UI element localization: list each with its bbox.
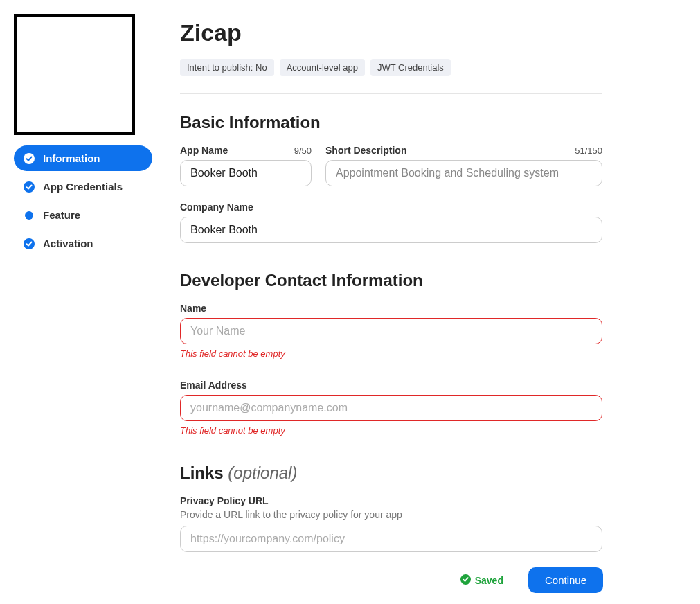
- dev-name-error: This field cannot be empty: [180, 348, 602, 359]
- saved-indicator: Saved: [460, 574, 503, 587]
- check-circle-icon: [24, 181, 35, 193]
- check-circle-icon: [24, 238, 35, 249]
- dev-email-error: This field cannot be empty: [180, 425, 602, 436]
- check-circle-icon: [460, 574, 471, 587]
- privacy-url-input[interactable]: [180, 526, 602, 552]
- app-name-count: 9/50: [294, 145, 312, 156]
- app-name-label: App Name: [180, 145, 228, 156]
- badges: Intent to publish: No Account-level app …: [180, 59, 602, 76]
- nav-item-app-credentials[interactable]: App Credentials: [14, 174, 152, 199]
- privacy-url-label: Privacy Policy URL: [180, 495, 602, 506]
- svg-point-2: [25, 211, 33, 220]
- nav-label: App Credentials: [43, 181, 123, 193]
- app-logo-placeholder: [14, 14, 135, 135]
- app-title: Zicap: [180, 19, 602, 46]
- links-optional: (optional): [228, 463, 297, 482]
- section-title-basic: Basic Information: [180, 113, 602, 132]
- links-title-text: Links: [180, 463, 224, 482]
- privacy-url-help: Provide a URL link to the privacy policy…: [180, 509, 602, 520]
- nav-label: Activation: [43, 238, 93, 249]
- short-desc-label: Short Description: [325, 145, 406, 156]
- company-name-label: Company Name: [180, 202, 253, 213]
- divider: [180, 93, 602, 94]
- dev-name-input[interactable]: [180, 318, 602, 344]
- main-content: Zicap Intent to publish: No Account-leve…: [180, 14, 602, 554]
- dev-email-input[interactable]: [180, 395, 602, 421]
- short-desc-input[interactable]: [325, 160, 602, 186]
- dev-email-label: Email Address: [180, 380, 247, 391]
- section-title-developer: Developer Contact Information: [180, 271, 602, 290]
- saved-label: Saved: [475, 575, 503, 586]
- dot-icon: [24, 210, 35, 221]
- continue-button[interactable]: Continue: [528, 567, 603, 593]
- badge-jwt: JWT Credentials: [370, 59, 451, 76]
- section-title-links: Links (optional): [180, 463, 602, 483]
- bottom-bar: Saved Continue: [0, 556, 700, 604]
- nav-item-feature[interactable]: Feature: [14, 202, 152, 228]
- nav-label: Feature: [43, 209, 80, 221]
- app-name-input[interactable]: [180, 160, 312, 186]
- nav-item-information[interactable]: Information: [14, 145, 152, 171]
- nav-item-activation[interactable]: Activation: [14, 231, 152, 256]
- check-circle-icon: [24, 153, 35, 164]
- dev-name-label: Name: [180, 303, 206, 314]
- short-desc-count: 51/150: [575, 145, 602, 156]
- nav-label: Information: [43, 152, 100, 164]
- company-name-input[interactable]: [180, 217, 602, 243]
- badge-account-level: Account-level app: [280, 59, 365, 76]
- badge-intent: Intent to publish: No: [180, 59, 274, 76]
- sidebar: Information App Credentials Feature Acti…: [14, 14, 152, 554]
- nav-list: Information App Credentials Feature Acti…: [14, 145, 152, 256]
